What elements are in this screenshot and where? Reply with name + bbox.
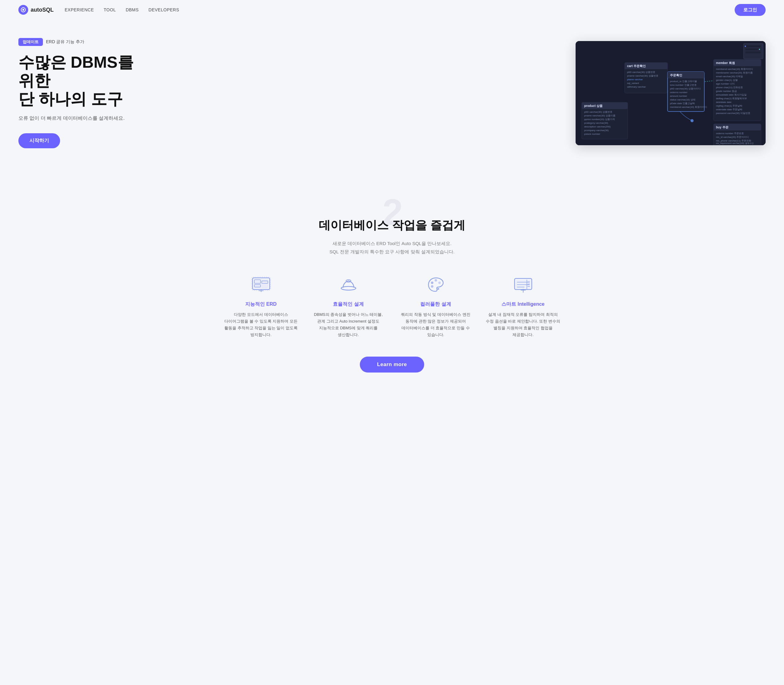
svg-text:regflag   char(1)  주문날짜: regflag char(1) 주문날짜 — [716, 104, 742, 107]
hero-section: 업데이트 ERD 공유 기능 추가 수많은 DBMS를 위한단 하나의 도구 오… — [0, 19, 784, 173]
svg-rect-14 — [582, 102, 628, 109]
feature-intelligence-desc: 설계 내 잠재적 오류를 탐지하여 최적의 수정 옵션을 바로 제안합니다. 또… — [485, 311, 561, 338]
learn-more-row: Learn more — [18, 357, 766, 391]
intelligence-icon — [512, 274, 534, 296]
svg-text:ptID   varchar(30) 상품아이디: ptID varchar(30) 상품아이디 — [670, 87, 701, 90]
feature-erd-title: 지능적인 ERD — [245, 301, 277, 308]
svg-text:res_requirement varchar(100) 결: res_requirement varchar(100) 결제수단 — [716, 142, 754, 144]
svg-text:res_id   varchar(20) 주문아이디: res_id varchar(20) 주문아이디 — [716, 136, 749, 138]
feature-design-title: 효율적인 설계 — [333, 301, 363, 308]
features-grid: 지능적인 ERD 다양한 모드에서 데이터베이스 다이어그램을 볼 수 있도록 … — [223, 274, 561, 338]
nav-tool[interactable]: TOOL — [104, 7, 116, 12]
svg-text:email    varchar(30)  이메일: email varchar(30) 이메일 — [716, 75, 743, 78]
svg-text:deletdate  date: deletdate date — [716, 101, 732, 104]
svg-text:pstock  number: pstock number — [584, 133, 600, 135]
feature-erd-desc: 다양한 모드에서 데이터베이스 다이어그램을 볼 수 있도록 지원하며 모든 활… — [223, 311, 299, 338]
nav-experience[interactable]: EXPERIENCE — [65, 7, 94, 12]
nav-left: autoSQL EXPERIENCE TOOL DBMS DEVELOPERS — [18, 5, 179, 15]
svg-text:orderno  number: orderno number — [670, 91, 688, 94]
svg-text:membend varchar(10) 회원아이디: membend varchar(10) 회원아이디 — [670, 106, 707, 109]
svg-rect-89 — [527, 286, 530, 287]
svg-rect-50 — [714, 124, 761, 145]
svg-text:sql_variant: sql_variant — [627, 82, 639, 84]
erd-diagram: cart 주문확인 ptID varchar(30) 상품번호 pname va… — [576, 41, 766, 145]
svg-rect-2 — [576, 41, 766, 145]
design-icon — [337, 274, 359, 296]
badge-label: ERD 공유 기능 추가 — [46, 39, 84, 45]
hero-title: 수많은 DBMS를 위한단 하나의 도구 — [18, 53, 153, 108]
svg-text:phone   char(11)  전화번호: phone char(11) 전화번호 — [716, 86, 743, 89]
svg-text:description varchar(250): description varchar(250) — [584, 125, 611, 128]
feature-erd: 지능적인 ERD 다양한 모드에서 데이터베이스 다이어그램을 볼 수 있도록 … — [223, 274, 299, 338]
svg-text:password  varchar(30) 비밀번호: password varchar(30) 비밀번호 — [716, 112, 750, 115]
svg-rect-51 — [714, 124, 761, 130]
svg-text:pcategory varchar(30): pcategory varchar(30) — [584, 122, 608, 124]
svg-text:pprice  number(10)  상품가격: pprice number(10) 상품가격 — [584, 118, 615, 121]
svg-text:주문확인: 주문확인 — [670, 73, 682, 77]
svg-rect-5 — [625, 62, 667, 93]
nav-developers[interactable]: DEVELOPERS — [149, 7, 179, 12]
nav-dbms[interactable]: DBMS — [126, 7, 138, 12]
svg-text:orderno   number  주문번호: orderno number 주문번호 — [716, 132, 744, 135]
feature-color: 컬러풀한 설계 쿼리의 작동 방식 및 데이터베이스 엔진 동작에 관한 많은 … — [398, 274, 473, 338]
svg-text:age    number   나이: age number 나이 — [716, 83, 735, 85]
svg-text:pDate   date   인출고날짜: pDate date 인출고날짜 — [670, 102, 695, 105]
svg-rect-87 — [527, 282, 530, 282]
svg-point-78 — [438, 282, 441, 284]
svg-text:gender   char(1)   성별: gender char(1) 성별 — [716, 79, 738, 81]
start-button[interactable]: 시작하기 — [18, 133, 60, 148]
svg-text:withmary  varchar: withmary varchar — [627, 86, 646, 88]
navbar: autoSQL EXPERIENCE TOOL DBMS DEVELOPERS … — [0, 0, 784, 19]
logo[interactable]: autoSQL — [18, 5, 54, 15]
svg-text:ptID    varchar(30)  상품번호: ptID varchar(30) 상품번호 — [584, 110, 612, 114]
nav-links: EXPERIENCE TOOL DBMS DEVELOPERS — [65, 7, 179, 13]
svg-point-4 — [691, 119, 694, 122]
update-badge: 업데이트 — [18, 38, 43, 46]
svg-point-65 — [759, 49, 760, 50]
hero-left: 업데이트 ERD 공유 기능 추가 수많은 DBMS를 위한단 하나의 도구 오… — [18, 38, 153, 148]
svg-text:annualdate  date   회사가입일: annualdate date 회사가입일 — [716, 93, 747, 96]
hero-right: cart 주문확인 ptID varchar(30) 상품번호 pname va… — [576, 41, 766, 145]
svg-text:pname  varchar(30)  상품이름: pname varchar(30) 상품이름 — [584, 114, 615, 117]
svg-rect-24 — [667, 72, 704, 78]
svg-text:buy  주문: buy 주문 — [716, 126, 729, 129]
svg-rect-63 — [745, 52, 761, 53]
svg-point-77 — [434, 279, 437, 282]
svg-text:membend  varchar(10)  회원아이디: membend varchar(10) 회원아이디 — [716, 68, 753, 70]
svg-rect-34 — [714, 59, 761, 121]
svg-text:membname  varchar(20)  회원이름: membname varchar(20) 회원이름 — [716, 71, 753, 74]
color-icon — [425, 274, 447, 296]
svg-rect-62 — [745, 49, 761, 50]
section-title: 데이터베이스 작업을 즐겁게 — [18, 218, 766, 233]
login-button[interactable]: 로그인 — [735, 4, 766, 16]
erd-screenshot: cart 주문확인 ptID varchar(30) 상품번호 pname va… — [576, 41, 766, 145]
svg-point-76 — [431, 282, 433, 284]
svg-rect-61 — [745, 45, 761, 47]
svg-point-1 — [23, 9, 24, 11]
svg-point-79 — [431, 285, 433, 288]
svg-text:amount  number: amount number — [670, 95, 687, 97]
learn-more-button[interactable]: Learn more — [360, 357, 424, 373]
svg-point-64 — [745, 45, 746, 47]
svg-text:status  varchar(10) 상태: status varchar(10) 상태 — [670, 98, 695, 101]
svg-text:member  회원: member 회원 — [716, 61, 735, 65]
svg-text:ptID     varchar(30)  상품번호: ptID varchar(30) 상품번호 — [627, 71, 655, 73]
svg-point-80 — [438, 288, 439, 290]
section-desc: 새로운 데이터베이스 ERD Tool인 Auto SQL을 만나보세요. SQ… — [18, 239, 766, 256]
svg-point-3 — [672, 89, 675, 92]
svg-text:cart  주문확인: cart 주문확인 — [627, 64, 646, 68]
svg-text:totalprice  number  총가격: totalprice number 총가격 — [716, 145, 743, 145]
feature-design: 효율적인 설계 DBMS의 종속성을 벗어나 어느 테이블, 관계 그리고 Au… — [311, 274, 386, 338]
svg-text:product_io  인출고래이블: product_io 인출고래이블 — [670, 80, 697, 83]
svg-rect-35 — [714, 59, 761, 66]
svg-text:res_phone  varchar(11) 주문전화: res_phone varchar(11) 주문전화 — [716, 140, 751, 142]
svg-rect-6 — [625, 62, 667, 69]
svg-rect-23 — [667, 72, 704, 112]
feature-design-desc: DBMS의 종속성을 벗어나 어느 테이블, 관계 그리고 Auto Incre… — [311, 311, 386, 338]
feature-intelligence-title: 스마트 Intelligence — [501, 301, 544, 308]
logo-icon — [18, 5, 28, 15]
svg-text:pname   varchar(30)  성물번호: pname varchar(30) 성물번호 — [627, 75, 658, 77]
feature-color-title: 컬러풀한 설계 — [420, 301, 451, 308]
badge-row: 업데이트 ERD 공유 기능 추가 — [18, 38, 153, 46]
hero-subtitle: 오류 없이 더 빠르게 데이터베이스를 설계하세요. — [18, 114, 153, 122]
